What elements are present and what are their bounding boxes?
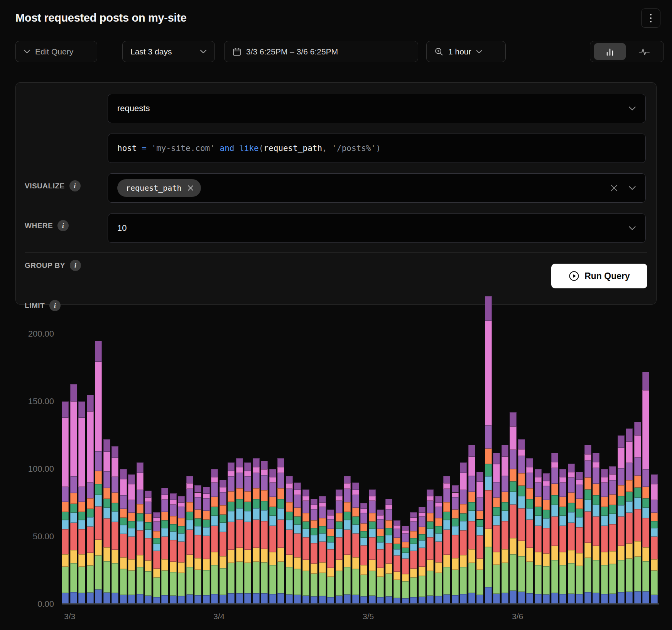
bar-segment-series-red (609, 524, 616, 551)
stacked-bar[interactable] (427, 489, 434, 605)
stacked-bar[interactable] (302, 489, 309, 605)
stacked-bar[interactable] (244, 462, 251, 605)
stacked-bar[interactable] (344, 476, 351, 605)
info-icon[interactable]: i (69, 180, 81, 191)
stacked-bar[interactable] (551, 453, 558, 604)
stacked-bar[interactable] (601, 469, 608, 604)
stacked-bar[interactable] (493, 453, 500, 604)
stacked-bar[interactable] (609, 466, 616, 604)
bar-segment-series-green (178, 573, 185, 596)
stacked-bar[interactable] (576, 472, 583, 604)
limit-select[interactable]: 10 (108, 213, 646, 243)
stacked-bar[interactable] (186, 476, 193, 605)
group-by-chip[interactable]: request_path (117, 179, 201, 197)
chevron-down-icon[interactable] (628, 226, 636, 230)
stacked-bar[interactable] (626, 428, 633, 604)
stacked-bar[interactable] (393, 520, 400, 604)
stacked-bar[interactable] (352, 483, 359, 604)
interval-dropdown[interactable]: 1 hour (426, 41, 506, 62)
edit-query-button[interactable]: Edit Query (15, 41, 97, 62)
stacked-bar[interactable] (369, 489, 376, 605)
stacked-bar[interactable] (651, 474, 658, 604)
stacked-bar[interactable] (568, 464, 575, 604)
stacked-bar[interactable] (253, 458, 260, 604)
visualize-select[interactable]: requests (108, 94, 646, 123)
group-by-select[interactable]: request_path (108, 173, 646, 203)
stacked-bar[interactable] (327, 510, 334, 604)
stacked-bar[interactable] (194, 485, 201, 604)
stacked-bar[interactable] (78, 401, 85, 604)
stacked-bar[interactable] (70, 384, 77, 605)
where-input[interactable]: host = 'my-site.com' and like(request_pa… (108, 134, 646, 163)
stacked-bar[interactable] (228, 462, 235, 605)
clear-icon[interactable] (610, 184, 618, 192)
chevron-down-icon[interactable] (628, 186, 636, 190)
stacked-bar[interactable] (535, 469, 542, 604)
stacked-bar[interactable] (501, 445, 508, 604)
stacked-bar[interactable] (468, 445, 475, 604)
stacked-bar[interactable] (402, 526, 409, 604)
stacked-bar[interactable] (642, 372, 649, 604)
stacked-bar[interactable] (559, 469, 566, 604)
bar-segment-series-darkpurple (634, 422, 641, 435)
stacked-bar[interactable] (360, 503, 367, 605)
stacked-bar[interactable] (145, 491, 152, 604)
stacked-bar[interactable] (277, 458, 284, 604)
stacked-bar[interactable] (460, 462, 467, 605)
stacked-bar[interactable] (128, 474, 135, 604)
stacked-bar[interactable] (269, 469, 276, 604)
stacked-bar[interactable] (211, 469, 218, 604)
stacked-bar[interactable] (319, 496, 326, 604)
line-chart-toggle-button[interactable] (628, 43, 660, 60)
stacked-bar[interactable] (485, 296, 492, 604)
stacked-bar[interactable] (435, 496, 442, 604)
run-query-button[interactable]: Run Query (551, 264, 647, 288)
stacked-bar[interactable] (377, 510, 384, 604)
stacked-bar[interactable] (87, 395, 94, 605)
stacked-bar[interactable] (286, 476, 293, 605)
stacked-bar[interactable] (584, 445, 591, 604)
stacked-bar[interactable] (261, 461, 268, 604)
stacked-bar[interactable] (476, 472, 483, 604)
bar-segment-series-blue (551, 593, 558, 604)
date-range-picker[interactable]: 3/3 6:25PM – 3/6 6:25PM (224, 41, 418, 62)
stacked-bar[interactable] (518, 439, 525, 604)
info-icon[interactable]: i (57, 220, 69, 231)
kebab-menu-button[interactable] (641, 8, 660, 28)
bar-segment-series-yellow (186, 555, 193, 567)
stacked-bar[interactable] (385, 499, 392, 604)
info-icon[interactable]: i (70, 260, 81, 271)
time-range-dropdown[interactable]: Last 3 days (122, 41, 215, 62)
stacked-bar[interactable] (634, 422, 641, 605)
stacked-bar[interactable] (618, 435, 625, 605)
stacked-bar[interactable] (62, 401, 69, 604)
stacked-bar[interactable] (443, 476, 450, 605)
stacked-bar[interactable] (111, 446, 118, 605)
stacked-bar[interactable] (153, 512, 160, 604)
stacked-bar[interactable] (178, 496, 185, 604)
stacked-bar[interactable] (294, 483, 301, 604)
stacked-bar[interactable] (593, 453, 599, 604)
bar-segment-series-blue (510, 591, 517, 604)
stacked-bar[interactable] (336, 489, 343, 605)
stacked-bar[interactable] (161, 488, 168, 604)
stacked-bar[interactable] (103, 439, 110, 604)
stacked-bar[interactable] (219, 480, 226, 604)
stacked-bar[interactable] (120, 469, 127, 604)
stacked-bar[interactable] (510, 412, 517, 604)
stacked-bar[interactable] (203, 487, 210, 605)
stacked-bar[interactable] (543, 473, 550, 605)
stacked-bar[interactable] (452, 485, 459, 604)
stacked-bar[interactable] (236, 458, 243, 604)
stacked-bar[interactable] (419, 507, 425, 604)
stacked-bar[interactable] (410, 512, 417, 604)
stacked-bar[interactable] (170, 493, 177, 604)
stacked-bar[interactable] (311, 499, 317, 604)
stacked-bar[interactable] (95, 341, 102, 605)
stacked-bar[interactable] (137, 462, 144, 605)
chevron-down-icon[interactable] (628, 106, 636, 111)
bar-segment-series-orange (87, 498, 94, 509)
bar-chart-toggle-button[interactable] (594, 43, 626, 60)
stacked-bar[interactable] (526, 458, 533, 604)
chip-remove-icon[interactable] (187, 185, 194, 191)
